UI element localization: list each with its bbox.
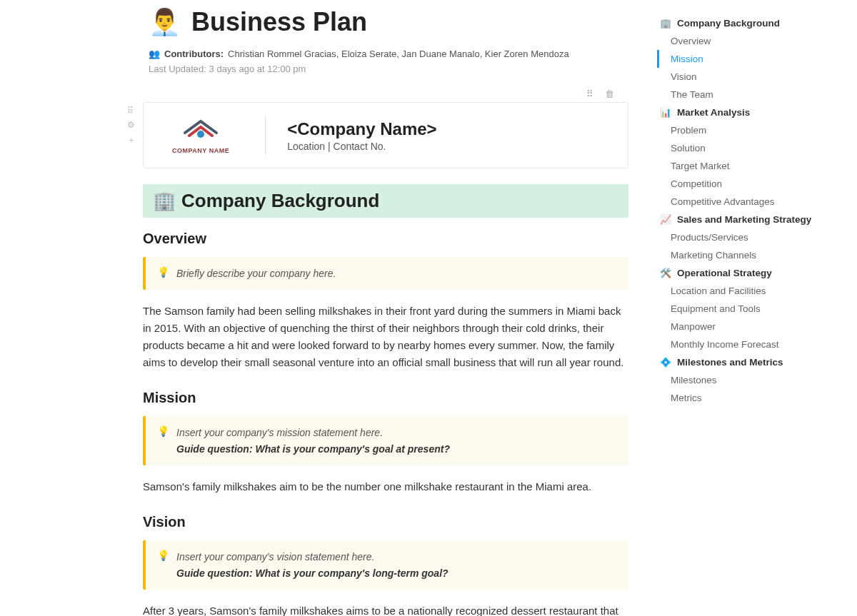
- company-logo: COMPANY NAME: [158, 117, 244, 154]
- company-name-placeholder: <Company Name>: [287, 119, 436, 139]
- vision-callout-line1: Insert your company's vision statement h…: [176, 551, 374, 562]
- page-title: Business Plan: [191, 7, 367, 37]
- page-emoji: 👨‍💼: [149, 7, 181, 37]
- toc-section-sales-marketing[interactable]: 📈 Sales and Marketing Strategy: [657, 211, 843, 228]
- last-updated: Last Updated: 3 days ago at 12:00 pm: [149, 64, 628, 74]
- toc-item-location-facilities[interactable]: Location and Facilities: [657, 282, 843, 300]
- diamond-icon: 💠: [660, 357, 671, 368]
- bulb-icon: 💡: [157, 550, 169, 561]
- toc-item-metrics[interactable]: Metrics: [657, 389, 843, 407]
- toc-section-milestones-metrics[interactable]: 💠 Milestones and Metrics: [657, 353, 843, 371]
- toc-item-solution[interactable]: Solution: [657, 139, 843, 157]
- toc-section-company-background[interactable]: 🏢 Company Background: [657, 14, 843, 32]
- toc-item-manpower[interactable]: Manpower: [657, 318, 843, 335]
- company-card[interactable]: COMPANY NAME <Company Name> Location | C…: [143, 102, 628, 168]
- house-logo-icon: [179, 117, 222, 144]
- settings-icon[interactable]: ⚙: [127, 120, 136, 130]
- toc-item-competition[interactable]: Competition: [657, 175, 843, 193]
- mission-callout-line1: Insert your company's mission statement …: [176, 427, 383, 438]
- mission-callout-guide: Guide question: What is your company's g…: [176, 441, 450, 457]
- main-content: 👨‍💼 Business Plan 👥 Contributors: Christ…: [0, 0, 657, 616]
- logo-text: COMPANY NAME: [172, 147, 229, 154]
- overview-callout[interactable]: 💡 Briefly describe your company here.: [143, 257, 628, 290]
- title-row: 👨‍💼 Business Plan: [149, 7, 628, 37]
- company-location-line: Location | Contact No.: [287, 141, 436, 152]
- toc-section-label: Sales and Marketing Strategy: [677, 214, 811, 225]
- company-info: <Company Name> Location | Contact No.: [287, 119, 436, 152]
- overview-body[interactable]: The Samson family had been selling milks…: [143, 303, 628, 371]
- toc-item-overview[interactable]: Overview: [657, 32, 843, 50]
- toc-section-label: Milestones and Metrics: [677, 357, 783, 368]
- tools-icon: 🛠️: [660, 268, 671, 278]
- toc-section-market-analysis[interactable]: 📊 Market Analysis: [657, 103, 843, 121]
- mission-heading: Mission: [143, 390, 628, 406]
- bulb-icon: 💡: [157, 266, 169, 278]
- add-block-icon[interactable]: ＋: [127, 134, 136, 146]
- toc-item-the-team[interactable]: The Team: [657, 86, 843, 103]
- toc-section-label: Operational Strategy: [677, 268, 772, 278]
- section-heading-company-background: 🏢Company Background: [143, 184, 628, 218]
- toc-section-label: Company Background: [677, 18, 780, 29]
- toc-item-marketing-channels[interactable]: Marketing Channels: [657, 246, 843, 264]
- vision-heading: Vision: [143, 514, 628, 530]
- building-icon: 🏢: [153, 190, 176, 211]
- vision-callout-guide: Guide question: What is your company's l…: [176, 565, 448, 581]
- vision-body[interactable]: After 3 years, Samson's family milkshake…: [143, 602, 628, 616]
- toc-section-label: Market Analysis: [677, 107, 750, 118]
- toc-item-milestones[interactable]: Milestones: [657, 371, 843, 389]
- overview-heading: Overview: [143, 231, 628, 247]
- table-of-contents: 🏢 Company Background Overview Mission Vi…: [657, 0, 857, 616]
- bulb-icon: 💡: [157, 425, 169, 437]
- drag-dots-icon[interactable]: ⠿: [127, 106, 136, 116]
- vision-callout-text: Insert your company's vision statement h…: [176, 549, 448, 581]
- toc-item-monthly-income-forecast[interactable]: Monthly Income Forecast: [657, 335, 843, 353]
- toc-item-vision[interactable]: Vision: [657, 68, 843, 86]
- toc-item-products-services[interactable]: Products/Services: [657, 228, 843, 246]
- toc-item-competitive-advantages[interactable]: Competitive Advantages: [657, 193, 843, 211]
- toc-item-target-market[interactable]: Target Market: [657, 157, 843, 175]
- people-icon: 👥: [149, 49, 160, 59]
- toc-item-mission[interactable]: Mission: [657, 50, 843, 68]
- svg-point-0: [197, 131, 204, 138]
- toc-section-operational-strategy[interactable]: 🛠️ Operational Strategy: [657, 264, 843, 282]
- contributors-label: Contributors:: [164, 49, 224, 59]
- overview-callout-text: Briefly describe your company here.: [176, 266, 336, 281]
- contributors-names: Christian Rommel Gracias, Eloiza Serate,…: [228, 49, 569, 59]
- drag-handle-icon[interactable]: ⠿: [586, 89, 593, 99]
- toc-item-problem[interactable]: Problem: [657, 121, 843, 139]
- chart-up-icon: 📈: [660, 214, 671, 225]
- toc-item-equipment-tools[interactable]: Equipment and Tools: [657, 300, 843, 318]
- block-toolbar: ⠿ 🗑: [143, 89, 628, 99]
- vision-callout[interactable]: 💡 Insert your company's vision statement…: [143, 540, 628, 590]
- block-gutter: ⠿ ⚙ ＋: [127, 106, 136, 146]
- chart-icon: 📊: [660, 107, 671, 118]
- trash-icon[interactable]: 🗑: [605, 89, 614, 99]
- mission-body[interactable]: Samson's family milkshakes aim to be the…: [143, 478, 628, 495]
- building-icon: 🏢: [660, 18, 671, 29]
- mission-callout[interactable]: 💡 Insert your company's mission statemen…: [143, 416, 628, 465]
- vertical-divider: [265, 116, 266, 155]
- contributors-row: 👥 Contributors: Christian Rommel Gracias…: [149, 49, 628, 59]
- mission-callout-text: Insert your company's mission statement …: [176, 425, 450, 457]
- section-heading-text: Company Background: [181, 190, 379, 211]
